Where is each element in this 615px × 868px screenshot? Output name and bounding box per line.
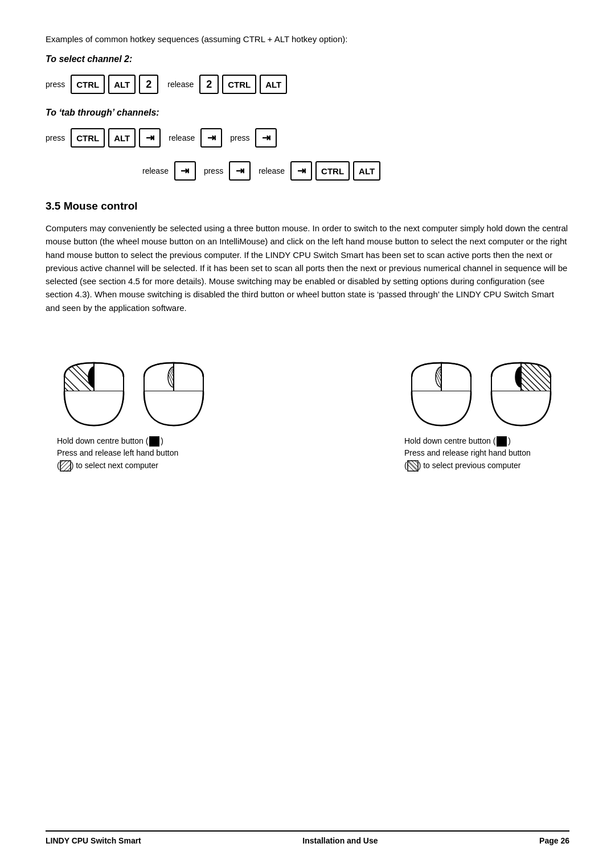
key-2-2: 2 xyxy=(199,75,219,94)
footer-left: LINDY CPU Switch Smart xyxy=(46,836,141,845)
hatched-icon-left xyxy=(60,460,71,472)
key-ctrl-1: CTRL xyxy=(71,75,105,94)
mouse-center-button-svg2 xyxy=(404,331,478,428)
press-label-t2b: press xyxy=(204,166,223,175)
tabthrough-title: To ‘tab through’ channels: xyxy=(46,108,569,118)
release-label-t2a: release xyxy=(142,166,169,175)
tabthrough-row2: release ⇥ press ⇥ release ⇥ CTRL ALT xyxy=(142,161,569,181)
release-label-t2b: release xyxy=(259,166,285,175)
mouse-section-body: Computers may conveniently be selected u… xyxy=(46,222,569,314)
mouse-pair-right xyxy=(404,331,558,428)
key-ctrl-2: CTRL xyxy=(222,75,256,94)
key-ctrl-t1: CTRL xyxy=(71,128,105,148)
mouse-section-heading: 3.5 Mouse control xyxy=(46,200,569,212)
inline-square-left xyxy=(149,436,159,447)
key-tab-t2: ⇥ xyxy=(200,128,222,148)
mouse-pair-left xyxy=(57,331,211,428)
press-label-t1: press xyxy=(46,133,65,142)
channel2-sequence: press CTRL ALT 2 release 2 CTRL ALT xyxy=(46,75,569,94)
key-tab-t5: ⇥ xyxy=(229,161,251,181)
key-alt-t1: ALT xyxy=(108,128,136,148)
mouse-left-button-svg xyxy=(57,331,131,428)
page: Examples of common hotkey sequences (ass… xyxy=(0,0,615,868)
footer-center: Installation and Use xyxy=(302,836,378,845)
inline-square-right xyxy=(497,436,507,447)
key-2-1: 2 xyxy=(139,75,158,94)
mouse-left-caption: Hold down centre button () Press and rel… xyxy=(57,435,178,472)
mouse-right-button-svg xyxy=(484,331,558,428)
mouse-center-button-svg xyxy=(137,331,211,428)
release-label-1: release xyxy=(167,80,194,89)
key-tab-t3: ⇥ xyxy=(255,128,277,148)
key-alt-t2: ALT xyxy=(353,161,380,181)
mouse-right-caption: Hold down centre button () Press and rel… xyxy=(404,435,531,472)
hatched-icon-right xyxy=(407,460,419,472)
press-label-t2: press xyxy=(230,133,249,142)
key-tab-t4: ⇥ xyxy=(174,161,196,181)
key-ctrl-t2: CTRL xyxy=(315,161,350,181)
footer-right: Page 26 xyxy=(539,836,569,845)
mouse-group-right: Hold down centre button () Press and rel… xyxy=(404,331,558,472)
footer: LINDY CPU Switch Smart Installation and … xyxy=(46,830,569,845)
release-label-t1: release xyxy=(169,133,195,142)
tabthrough-row1: press CTRL ALT ⇥ release ⇥ press ⇥ xyxy=(46,128,569,148)
mouse-group-left: Hold down centre button () Press and rel… xyxy=(57,331,211,472)
key-tab-t6: ⇥ xyxy=(290,161,312,181)
channel2-title: To select channel 2: xyxy=(46,54,569,64)
press-label-1: press xyxy=(46,80,65,89)
key-alt-2: ALT xyxy=(260,75,287,94)
mouse-illustrations: Hold down centre button () Press and rel… xyxy=(46,331,569,472)
key-tab-t1: ⇥ xyxy=(139,128,161,148)
key-alt-1: ALT xyxy=(108,75,136,94)
intro-text: Examples of common hotkey sequences (ass… xyxy=(46,34,569,44)
